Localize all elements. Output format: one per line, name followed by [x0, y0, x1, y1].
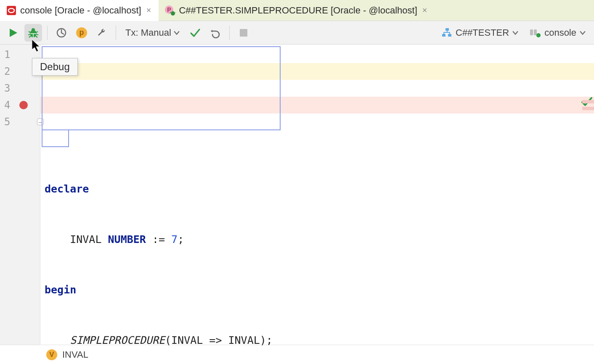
svg-line-15: [28, 34, 30, 35]
history-button[interactable]: [53, 24, 70, 42]
commit-button[interactable]: [186, 24, 204, 42]
gutter-line[interactable]: 3: [0, 80, 40, 97]
svg-point-30: [536, 33, 541, 37]
svg-rect-20: [240, 29, 247, 37]
gutter-line[interactable]: 4: [0, 97, 40, 113]
chevron-down-icon: [512, 30, 518, 36]
stop-button[interactable]: [235, 24, 252, 42]
toolbar-separator: [116, 26, 116, 40]
toolbar-separator: [47, 26, 48, 40]
breakpoint-icon[interactable]: [19, 101, 28, 109]
mouse-cursor: [32, 40, 41, 54]
selection-outline: [42, 130, 69, 147]
schema-label: C##TESTER: [456, 27, 509, 38]
code-line[interactable]: declare: [45, 181, 594, 198]
code-area[interactable]: declare INVAL NUMBER := 7; begin SIMPLEP…: [40, 45, 594, 345]
chevron-down-icon: [174, 30, 180, 36]
p-icon: p: [76, 27, 87, 38]
tab-label: console [Oracle - @localhost]: [20, 5, 141, 16]
svg-marker-8: [10, 29, 17, 37]
p-button[interactable]: p: [73, 24, 90, 42]
line-number: 2: [4, 66, 10, 77]
code-line[interactable]: begin: [45, 282, 594, 298]
svg-line-6: [170, 12, 171, 13]
toolbar: p Tx: Manual C##TESTER: [0, 21, 594, 45]
svg-rect-29: [534, 29, 537, 35]
svg-marker-31: [32, 40, 40, 52]
gutter[interactable]: 1 2 3 4 5: [0, 45, 40, 345]
chevron-down-icon: [580, 30, 586, 36]
svg-rect-28: [530, 29, 533, 35]
svg-line-18: [36, 36, 37, 37]
session-selector[interactable]: console: [525, 24, 590, 42]
svg-line-13: [29, 32, 30, 32]
procedure-debug-icon: P: [164, 5, 175, 16]
tab-bar: console [Oracle - @localhost] × P C##TES…: [0, 0, 594, 21]
tab-procedure[interactable]: P C##TESTER.SIMPLEPROCEDURE [Oracle - @l…: [159, 0, 435, 21]
error-stripe[interactable]: [582, 100, 594, 103]
svg-line-14: [36, 32, 38, 32]
tooltip: Debug: [32, 58, 78, 76]
toolbar-separator: [229, 26, 230, 40]
wrench-button[interactable]: [93, 24, 111, 42]
schema-icon: [441, 27, 452, 38]
tx-mode-dropdown[interactable]: Tx: Manual: [121, 24, 184, 42]
schema-selector[interactable]: C##TESTER: [437, 24, 522, 42]
line-highlight: [40, 63, 594, 80]
svg-rect-23: [448, 34, 451, 37]
editor[interactable]: 1 2 3 4 5 declare INVAL NUMBER := 7; beg…: [0, 45, 594, 345]
svg-rect-22: [442, 34, 446, 37]
gutter-line[interactable]: 5: [0, 113, 40, 130]
tab-console[interactable]: console [Oracle - @localhost] ×: [0, 0, 159, 21]
svg-point-4: [171, 11, 175, 16]
tooltip-text: Debug: [40, 61, 70, 72]
breakpoint-line-highlight: [40, 97, 594, 113]
close-icon[interactable]: ×: [421, 5, 429, 15]
datasource-icon: [529, 28, 541, 38]
run-button[interactable]: [4, 24, 22, 42]
svg-line-16: [37, 34, 38, 35]
oracle-icon: [6, 5, 17, 16]
code-line[interactable]: SIMPLEPROCEDURE(INVAL => INVAL);: [45, 332, 594, 349]
svg-line-7: [175, 12, 175, 13]
line-number: 5: [4, 116, 10, 128]
tab-label: C##TESTER.SIMPLEPROCEDURE [Oracle - @loc…: [179, 5, 417, 16]
code-line[interactable]: INVAL NUMBER := 7;: [45, 231, 594, 248]
svg-line-17: [29, 36, 31, 37]
rollback-button[interactable]: [207, 24, 224, 42]
line-number: 1: [4, 49, 10, 61]
tx-label: Tx: Manual: [125, 27, 171, 38]
line-number: 3: [4, 82, 10, 94]
close-icon[interactable]: ×: [145, 5, 153, 15]
svg-rect-21: [446, 28, 449, 31]
svg-text:P: P: [167, 6, 171, 13]
error-stripe[interactable]: [582, 107, 594, 110]
svg-point-10: [32, 28, 35, 32]
debug-button[interactable]: [24, 24, 42, 42]
session-label: console: [544, 27, 576, 38]
line-number: 4: [4, 99, 10, 111]
